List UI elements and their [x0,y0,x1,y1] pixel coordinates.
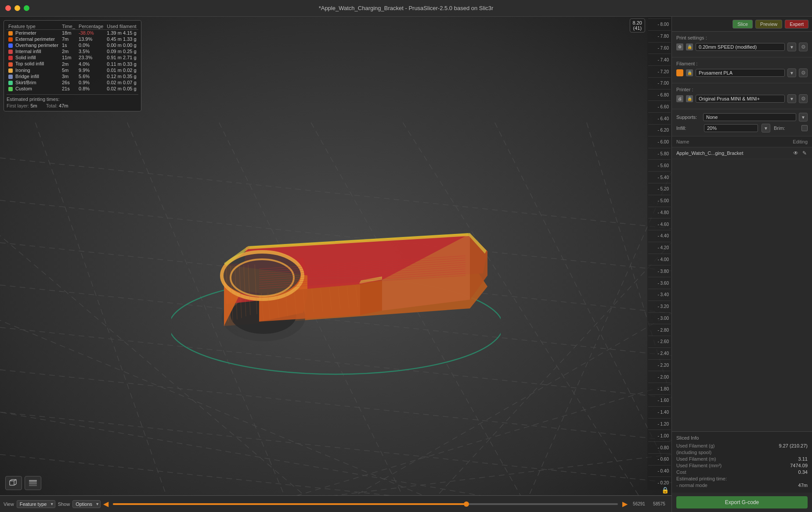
supports-dropdown[interactable]: ▼ [799,113,808,122]
edit-icon[interactable]: ✎ [801,150,808,156]
feature-time-0: 18m [60,30,77,36]
feature-color-9 [8,87,13,91]
feature-color-6 [8,68,13,73]
brim-checkbox[interactable] [801,125,808,131]
feature-name-cell: Overhang perimeter [7,42,60,48]
feature-time-6: 5m [60,67,77,73]
slider-right-arrow[interactable]: ▶ [622,501,628,508]
printer-gear[interactable]: ⚙ [799,94,808,103]
brim-label: Brim: [774,125,798,131]
3d-view-button[interactable] [5,476,22,490]
options-dropdown-wrapper[interactable]: Options ▼ [72,500,101,508]
viewport-area[interactable]: Feature type Time_ Percentage Used filam… [0,17,671,512]
sliced-label-1: (including spool) [676,450,711,455]
feature-name-0: Perimeter [15,30,36,36]
feature-name-1: External perimeter [15,36,55,42]
print-profile-icon: ⚙ [676,43,683,50]
supports-value[interactable]: None [703,113,796,121]
filament-row: 🔒 Prusament PLA ▼ ⚙ [676,68,808,77]
stats-row-8: Skirt/Brim 26s 0.9% 0.02 m 0.07 g [7,79,138,86]
filament-header: Filament : [676,61,808,66]
ruler-mark-27: - 2.60 [648,336,671,347]
feature-name-5: Top solid infill [15,61,44,66]
supports-row: Supports: None ▼ [676,113,808,122]
titlebar: *Apple_Watch_Charging_Bracket - PrusaSli… [0,0,812,17]
ruler-mark-11: - 5.80 [648,148,671,160]
close-button[interactable] [5,5,11,11]
window-controls[interactable] [5,5,29,11]
expert-button[interactable]: Expert [785,20,808,29]
ruler-mark-16: - 4.80 [648,207,671,218]
feature-type-select[interactable]: Feature type [17,500,55,508]
print-profile-dropdown[interactable]: ▼ [787,43,796,51]
stats-row-1: External perimeter 7m 13.9% 0.45 m 1.33 … [7,36,138,42]
slider-thumb[interactable] [464,501,469,507]
infill-value[interactable]: 20% [704,124,758,132]
filament-dropdown[interactable]: ▼ [787,68,796,77]
feature-color-7 [8,75,13,79]
slice-button[interactable]: Slice [733,20,753,29]
minimize-button[interactable] [14,5,20,11]
ruler-mark-4: - 7.20 [648,65,671,77]
sliced-value-0: 9.27 (210.27) [779,443,808,448]
stats-panel: Feature type Time_ Percentage Used filam… [4,20,141,111]
feature-type-dropdown-wrapper[interactable]: Feature type ▼ [17,500,55,508]
printer-dropdown[interactable]: ▼ [787,94,796,103]
ruler-mark-31: - 1.80 [648,383,671,394]
ruler-mark-2: - 7.60 [648,42,671,54]
layer-slider[interactable] [113,500,618,508]
preview-button[interactable]: Preview [755,20,782,29]
layer-ruler: - 8.00- 7.80- 7.60- 7.40- 7.20- 7.00- 6.… [647,17,671,490]
feature-color-5 [8,62,13,67]
filament-gear[interactable]: ⚙ [799,68,808,77]
printer-section: Printer : 🖨 🔒 Original Prusa MINI & MINI… [672,83,812,109]
feature-time-1: 7m [60,36,77,42]
feature-pct-6: 9.9% [77,67,105,73]
options-select[interactable]: Options [72,500,101,508]
stats-row-3: Internal infill 2m 3.5% 0.09 m 0.25 g [7,48,138,54]
ruler-mark-26: - 2.80 [648,324,671,336]
ruler-mark-34: - 1.20 [648,418,671,430]
sliced-row-6: - normal mode 47m [676,483,808,488]
ruler-mark-23: - 3.40 [648,289,671,301]
feature-filament-4: 0.91 m 2.71 g [105,54,138,61]
sliced-label-0: Used Filament (g) [676,443,715,448]
object-row[interactable]: Apple_Watch_C...ging_Bracket 👁 ✎ [672,147,812,159]
stats-row-2: Overhang perimeter 1s 0.0% 0.00 m 0.00 g [7,42,138,48]
slider-left-arrow[interactable]: ◀ [103,501,108,508]
infill-dropdown[interactable]: ▼ [761,124,770,132]
printer-value[interactable]: Original Prusa MINI & MINI+ [696,95,785,103]
feature-time-3: 2m [60,48,77,54]
sliced-label-5: Estimated printing time: [676,476,727,481]
eye-icon[interactable]: 👁 [793,150,799,156]
print-profile-gear[interactable]: ⚙ [799,43,808,51]
feature-pct-9: 0.8% [77,86,105,92]
feature-pct-0: -38.0% [77,30,105,36]
feature-filament-9: 0.02 m 0.05 g [105,86,138,92]
bottom-toolbar: View Feature type ▼ Show Options ▼ ◀ [0,495,671,512]
stats-row-0: Perimeter 18m -38.0% 1.39 m 4.15 g [7,30,138,36]
filament-section: Filament : 🔒 Prusament PLA ▼ ⚙ [672,57,812,83]
printer-header: Printer : [676,87,808,92]
sliced-label-6: - normal mode [676,483,707,488]
window-title: *Apple_Watch_Charging_Bracket - PrusaSli… [319,5,494,11]
layer-view-button[interactable] [25,476,41,490]
feature-pct-2: 0.0% [77,42,105,48]
stats-row-6: Ironing 5m 9.9% 0.01 m 0.02 g [7,67,138,73]
layer-indicator: 8.20 (41) [630,18,645,32]
stats-row-4: Solid infill 11m 23.3% 0.91 m 2.71 g [7,54,138,61]
feature-name-2: Overhang perimeter [15,43,58,48]
sliced-row-0: Used Filament (g) 9.27 (210.27) [676,443,808,448]
export-gcode-button[interactable]: Export G-code [676,496,808,508]
ruler-mark-38: - 0.40 [648,465,671,477]
svg-line-8 [35,122,177,512]
feature-filament-2: 0.00 m 0.00 g [105,42,138,48]
sliced-row-3: Used Filament (mm²) 7474.09 [676,463,808,468]
filament-value[interactable]: Prusament PLA [696,69,785,77]
feature-time-8: 26s [60,79,77,86]
print-profile-value[interactable]: 0.20mm SPEED (modified) [696,43,785,51]
ruler-mark-33: - 1.40 [648,406,671,418]
maximize-button[interactable] [24,5,29,11]
sliced-value-2: 3.11 [798,456,808,462]
svg-rect-64 [29,480,37,482]
